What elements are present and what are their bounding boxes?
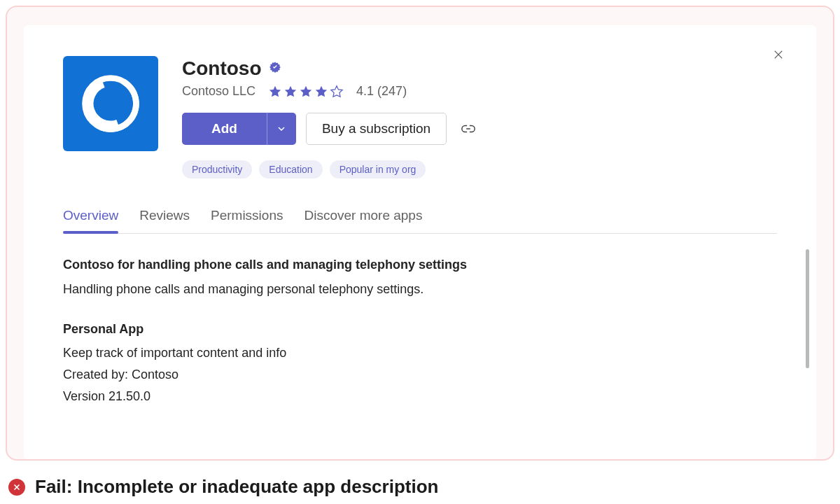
rating-stars <box>268 85 344 99</box>
header: Contoso Contoso LLC 4.1 (247) <box>63 56 777 178</box>
star-full-icon <box>314 85 328 99</box>
add-button[interactable]: Add <box>182 113 267 145</box>
star-full-icon <box>268 85 282 99</box>
overview-summary: Handling phone calls and managing person… <box>63 279 777 300</box>
app-details-dialog: Contoso Contoso LLC 4.1 (247) <box>24 25 816 459</box>
tab-reviews[interactable]: Reviews <box>139 208 190 233</box>
close-icon <box>772 48 785 61</box>
section-title: Personal App <box>63 319 777 340</box>
scrollbar-thumb[interactable] <box>806 249 809 368</box>
header-meta: Contoso Contoso LLC 4.1 (247) <box>182 56 777 178</box>
close-button[interactable] <box>769 45 788 64</box>
overview-headline: Contoso for handling phone calls and man… <box>63 255 777 275</box>
add-dropdown-button[interactable] <box>267 113 296 145</box>
rating-text: 4.1 (247) <box>356 84 407 99</box>
link-icon <box>461 121 476 136</box>
fail-icon <box>8 479 25 496</box>
app-logo-icon <box>77 70 144 137</box>
section-line1: Keep track of important content and info <box>63 343 777 363</box>
fail-caption: Fail: Incomplete or inadequate app descr… <box>8 476 840 498</box>
tag-productivity[interactable]: Productivity <box>182 160 252 178</box>
tag-education[interactable]: Education <box>259 160 322 178</box>
publisher-name: Contoso LLC <box>182 84 255 99</box>
verified-badge-icon <box>269 61 281 76</box>
app-icon <box>63 56 158 151</box>
buy-subscription-button[interactable]: Buy a subscription <box>306 113 447 145</box>
tab-permissions[interactable]: Permissions <box>211 208 283 233</box>
star-full-icon <box>284 85 298 99</box>
overview-content: Contoso for handling phone calls and man… <box>63 234 777 407</box>
copy-link-button[interactable] <box>461 121 476 136</box>
created-by: Created by: Contoso <box>63 365 777 385</box>
app-title: Contoso <box>182 57 262 80</box>
fail-text: Fail: Incomplete or inadequate app descr… <box>35 476 438 498</box>
tag-row: Productivity Education Popular in my org <box>182 160 777 178</box>
tab-discover[interactable]: Discover more apps <box>304 208 422 233</box>
add-split-button: Add <box>182 113 296 145</box>
star-empty-icon <box>330 85 344 99</box>
tabs: Overview Reviews Permissions Discover mo… <box>63 208 777 234</box>
star-full-icon <box>299 85 313 99</box>
action-row: Add Buy a subscription <box>182 113 777 145</box>
tag-popular[interactable]: Popular in my org <box>330 160 426 178</box>
chevron-down-icon <box>276 123 287 134</box>
error-x-icon <box>13 483 21 491</box>
version: Version 21.50.0 <box>63 386 777 407</box>
tab-overview[interactable]: Overview <box>63 208 118 233</box>
example-frame-fail: Contoso Contoso LLC 4.1 (247) <box>6 6 834 461</box>
